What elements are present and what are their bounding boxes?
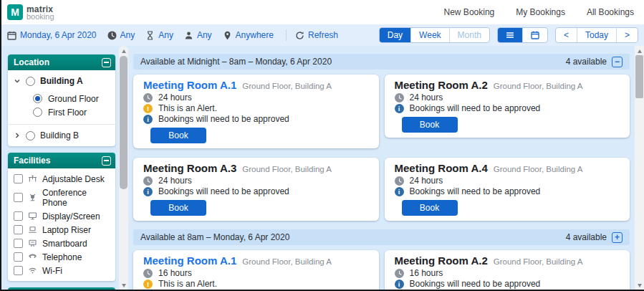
matrix-booking-logo: M matrix booking [7, 4, 54, 20]
hours-detail: 16 hours [143, 268, 369, 279]
clock-icon [143, 176, 153, 186]
facilities-list: Adjustable Desk Conference Phone [8, 168, 115, 281]
attendees-filter[interactable]: Any [184, 30, 212, 40]
layouts-panel: Layouts Banquet [8, 287, 115, 291]
list-view-button[interactable] [498, 28, 523, 42]
section-title: Available at Midnight – 8am – Monday, 6 … [140, 57, 332, 67]
room-name-link[interactable]: Meeting Room A.3 [143, 162, 236, 175]
book-button[interactable]: Book [402, 117, 458, 133]
time-filter[interactable]: Any [107, 30, 135, 40]
scroll-down-icon[interactable] [638, 284, 642, 287]
next-day-button[interactable]: > [617, 28, 638, 42]
facility-label: Wi-Fi [42, 266, 62, 276]
sidebar-scrollbar[interactable] [119, 46, 128, 291]
facility-row-laptop-riser[interactable]: Laptop Riser [8, 223, 115, 237]
room-name-link[interactable]: Meeting Room A.1 [143, 254, 236, 267]
nav-new-booking[interactable]: New Booking [444, 7, 495, 17]
main-scrollbar[interactable] [635, 46, 644, 291]
facility-row-conference-phone[interactable]: Conference Phone [8, 186, 115, 209]
scroll-up-icon[interactable] [638, 49, 642, 53]
collapse-facilities-icon[interactable] [102, 156, 111, 166]
building-b-radio[interactable] [26, 131, 35, 140]
section-header-right: 4 available + [566, 232, 623, 243]
sidebar-scrollbar-thumb[interactable] [120, 56, 128, 189]
room-name-link[interactable]: Meeting Room A.4 [395, 162, 488, 175]
calendar-view-icon [531, 31, 539, 39]
refresh-button[interactable]: Refresh [295, 30, 338, 40]
refresh-label: Refresh [308, 30, 338, 40]
location-filter[interactable]: Anywhere [223, 30, 274, 40]
facility-label: Laptop Riser [42, 225, 91, 235]
hours-detail: 24 hours [395, 92, 620, 103]
facility-row-adjustable-desk[interactable]: Adjustable Desk [8, 172, 115, 186]
available-count: 4 available [566, 232, 607, 242]
telephone-checkbox[interactable] [14, 252, 23, 262]
view-week-button[interactable]: Week [411, 28, 449, 42]
clock-icon [395, 93, 404, 102]
date-filter[interactable]: Monday, 6 Apr 2020 [7, 30, 97, 40]
section-title: Available at 8am – Monday, 6 Apr 2020 [140, 232, 289, 242]
conference-phone-checkbox[interactable] [14, 193, 23, 202]
book-button[interactable]: Book [150, 200, 206, 216]
info-detail: i Bookings will need to be approved [143, 186, 369, 197]
calendar-view-button[interactable] [523, 28, 547, 42]
nav-my-bookings[interactable]: My Bookings [516, 7, 565, 17]
collapse-section-icon[interactable]: − [612, 57, 623, 67]
first-floor-radio[interactable] [33, 108, 42, 117]
ground-floor-radio[interactable] [33, 94, 42, 103]
collapse-location-icon[interactable] [102, 58, 111, 67]
info-detail: i Bookings will need to be approved [395, 279, 620, 290]
room-location: Ground Floor, Building A [242, 257, 332, 266]
clock-icon [395, 176, 404, 186]
duration-filter[interactable]: Any [145, 30, 173, 40]
wifi-checkbox[interactable] [14, 266, 23, 275]
clock-icon [143, 269, 153, 278]
scroll-up-icon[interactable] [122, 49, 126, 53]
display-screen-checkbox[interactable] [14, 211, 23, 221]
attendees-filter-label: Any [197, 30, 212, 40]
building-a-row[interactable]: Building A [8, 70, 115, 92]
main-scrollbar-thumb[interactable] [635, 55, 643, 98]
laptop-riser-checkbox[interactable] [14, 225, 23, 234]
facility-row-smartboard[interactable]: Smartboard [8, 237, 115, 250]
building-b-label: Building B [40, 130, 79, 140]
hours-detail: 24 hours [395, 176, 620, 186]
previous-day-button[interactable]: < [556, 28, 577, 42]
chevron-right-icon[interactable] [14, 132, 21, 139]
book-button[interactable]: Book [150, 128, 206, 143]
facilities-panel-header: Facilities [8, 153, 115, 168]
view-day-button[interactable]: Day [380, 28, 411, 42]
filter-divider [286, 29, 287, 41]
facility-row-display-screen[interactable]: Display/Screen [8, 209, 115, 223]
room-name-link[interactable]: Meeting Room A.1 [143, 79, 236, 92]
smartboard-checkbox[interactable] [14, 239, 23, 248]
chevron-down-icon[interactable] [14, 77, 21, 85]
book-button[interactable]: Book [402, 200, 458, 216]
first-floor-row[interactable]: First Floor [33, 105, 115, 119]
ground-floor-row[interactable]: Ground Floor [33, 92, 115, 105]
info-detail: i Bookings will need to be approved [395, 186, 620, 197]
facilities-panel: Facilities Adjustable Desk [8, 153, 115, 281]
info-text: Bookings will need to be approved [410, 280, 541, 289]
building-b-row[interactable]: Building B [8, 125, 115, 146]
person-icon [184, 31, 193, 40]
adjustable-desk-checkbox[interactable] [14, 174, 23, 183]
info-text: Bookings will need to be approved [410, 104, 541, 113]
time-filter-label: Any [120, 30, 135, 40]
facility-row-telephone[interactable]: Telephone [8, 250, 115, 264]
filter-sidebar: Location Building A Ground Floor [1, 46, 116, 291]
room-name-link[interactable]: Meeting Room A.2 [395, 254, 488, 267]
info-detail: i Bookings will need to be approved [395, 103, 620, 114]
expand-section-icon[interactable]: + [612, 232, 623, 243]
room-name-link[interactable]: Meeting Room A.2 [395, 79, 488, 92]
nav-all-bookings[interactable]: All Bookings [587, 7, 634, 17]
today-button[interactable]: Today [577, 28, 617, 42]
room-card-grid: Meeting Room A.1 Ground Floor, Building … [133, 75, 630, 221]
facility-label: Conference Phone [42, 188, 110, 208]
view-month-button[interactable]: Month [450, 28, 489, 42]
info-icon: i [143, 115, 153, 124]
scroll-down-icon[interactable] [122, 284, 126, 287]
conference-phone-icon [28, 193, 37, 202]
building-a-radio[interactable] [26, 77, 35, 86]
facility-row-wifi[interactable]: Wi-Fi [8, 264, 115, 277]
